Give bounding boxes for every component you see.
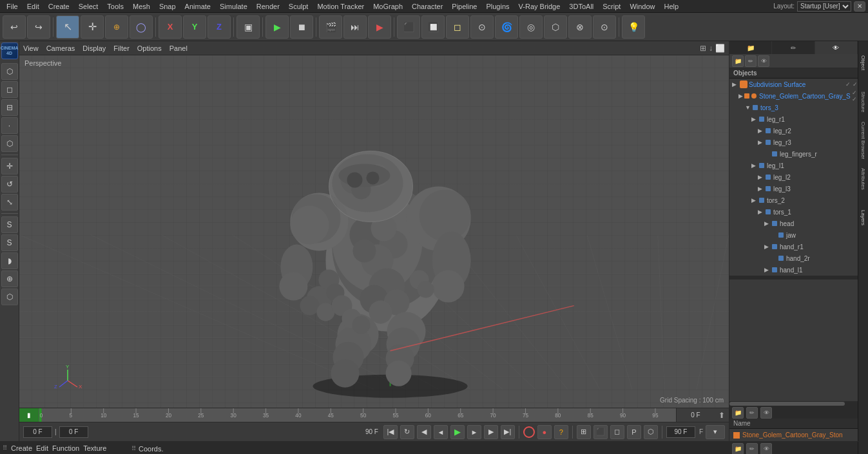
object-mode-btn[interactable]: ⬡ <box>1 63 18 80</box>
menu-mesh[interactable]: Mesh <box>129 1 154 12</box>
menu-snap[interactable]: Snap <box>155 1 180 12</box>
paint-tool-btn[interactable]: ⊕ <box>1 270 18 287</box>
timeline-area[interactable]: ▮ 0 5 10 15 20 <box>19 408 729 422</box>
vp-filter-menu[interactable]: Filter <box>113 44 129 52</box>
tree-item-legr3[interactable]: ▶ leg_r3 <box>729 137 858 148</box>
menu-help[interactable]: Help <box>661 1 683 12</box>
menu-pipeline[interactable]: Pipeline <box>448 1 481 12</box>
timeline-track[interactable]: 0 5 10 15 20 25 30 35 40 <box>39 408 676 422</box>
tab-layers[interactable]: Layers <box>859 198 868 237</box>
tag-btn[interactable]: ⊗ <box>568 15 592 39</box>
key-all-btn[interactable]: ⬛ <box>593 425 608 439</box>
menu-motiontracker[interactable]: Motion Tracker <box>313 1 368 12</box>
current-frame-field[interactable] <box>23 426 52 438</box>
obj-file-btn[interactable]: 📁 <box>732 55 744 67</box>
tree-item-golem[interactable]: ▶ Stone_Golem_Cartoon_Gray_S ✓ ✓ <box>729 90 858 102</box>
menu-script[interactable]: Script <box>599 1 624 12</box>
tree-item-legr2[interactable]: ▶ leg_r2 <box>729 125 858 137</box>
play-forward-btn[interactable]: ▶ <box>450 425 465 439</box>
layout-select[interactable]: Startup [User] <box>797 1 851 12</box>
name-file-btn[interactable]: 📁 <box>732 407 744 419</box>
tree-item-hand2r[interactable]: hand_2r <box>729 252 858 264</box>
tab-view[interactable]: 👁 <box>815 41 858 54</box>
scrollbar-thumb[interactable] <box>729 402 845 406</box>
tree-item-handr1[interactable]: ▶ hand_r1 <box>729 241 858 252</box>
light2-btn[interactable]: 💡 <box>622 15 645 39</box>
z-axis-btn[interactable]: Z <box>207 15 231 39</box>
step-back-start-btn[interactable]: |◀ <box>383 425 398 439</box>
attr-create-menu[interactable]: Coords. <box>139 445 164 453</box>
mat-create-menu[interactable]: Create <box>11 444 32 452</box>
tab-file[interactable]: 📁 <box>729 41 772 54</box>
sculpt-tool-btn[interactable]: ◗ <box>1 252 18 269</box>
record-indicator[interactable] <box>523 426 535 438</box>
edge-mode-btn[interactable]: ⊟ <box>1 99 18 116</box>
y-axis-btn[interactable]: Y <box>183 15 206 39</box>
key-pos-btn[interactable]: P <box>627 425 641 439</box>
polygon-mode-btn[interactable]: ◻ <box>1 81 18 98</box>
menu-select[interactable]: Select <box>75 1 102 12</box>
tree-item-legl2[interactable]: ▶ leg_l2 <box>729 171 858 183</box>
step-to-end-btn[interactable]: ▶| <box>501 425 515 439</box>
loop-btn[interactable]: ↻ <box>400 425 414 439</box>
mat-function-menu[interactable]: Function <box>52 444 79 452</box>
point-mode-btn[interactable]: · <box>1 117 18 134</box>
deformer-btn[interactable]: ◎ <box>519 15 543 39</box>
render-settings-btn[interactable]: ⏭ <box>343 15 367 39</box>
vp-display-menu[interactable]: Display <box>82 44 106 52</box>
tree-item-head[interactable]: ▶ head <box>729 218 858 229</box>
floor-btn[interactable]: ⊙ <box>593 15 616 39</box>
menu-tools[interactable]: Tools <box>103 1 128 12</box>
obj-edit-btn[interactable]: ✏ <box>745 55 757 67</box>
tab-attributes[interactable]: Attributes <box>859 160 868 198</box>
vp-panel-menu[interactable]: Panel <box>169 44 188 52</box>
snap-to-key-btn[interactable]: ⊞ <box>577 425 591 439</box>
next-key-btn[interactable]: ► <box>467 425 481 439</box>
key-rot-btn[interactable]: ⬡ <box>644 425 658 439</box>
brush-tool-btn[interactable]: S <box>1 234 18 251</box>
menu-sculpt[interactable]: Sculpt <box>285 1 313 12</box>
camera-btn[interactable]: 🔲 <box>421 15 445 39</box>
obj-view-btn[interactable]: 👁 <box>758 55 769 67</box>
autokey-btn[interactable]: ● <box>537 425 552 439</box>
vp-icon-1[interactable]: ⊞ <box>700 44 706 53</box>
br-view-btn[interactable]: 👁 <box>760 443 772 454</box>
model-mode-btn[interactable]: ▣ <box>236 15 260 39</box>
play-btn-toolbar[interactable]: ▶ <box>265 15 289 39</box>
render-btn[interactable]: ▶ <box>368 15 391 39</box>
tree-item-subdiv[interactable]: ▶ Subdivision Surface ✓ ✓ <box>729 79 858 90</box>
tab-object[interactable]: Object <box>859 44 868 82</box>
key-sel-btn[interactable]: ◻ <box>610 425 624 439</box>
menu-render[interactable]: Render <box>253 1 284 12</box>
menu-edit[interactable]: Edit <box>23 1 43 12</box>
light-btn[interactable]: ◻ <box>446 15 469 39</box>
mat-edit-menu[interactable]: Edit <box>36 444 48 452</box>
scale-tool-btn[interactable]: ⊕ <box>105 15 128 39</box>
tree-item-handl1[interactable]: ▶ hand_l1 <box>729 264 858 276</box>
tree-item-jaw[interactable]: jaw <box>729 229 858 241</box>
mat-texture-menu[interactable]: Texture <box>83 444 106 452</box>
stop-btn-toolbar[interactable]: ⏹ <box>290 15 313 39</box>
tree-item-tors3[interactable]: ▼ tors_3 <box>729 102 858 113</box>
vp-icon-3[interactable]: ⬜ <box>715 44 725 53</box>
tab-current-browser[interactable]: Current Browser <box>859 121 868 160</box>
move-tool-left[interactable]: ✛ <box>1 158 18 175</box>
layout-close-btn[interactable]: ✕ <box>854 1 865 12</box>
next-frame-btn[interactable]: ▶ <box>484 425 498 439</box>
timeline-expand-btn[interactable]: ⬆ <box>715 408 729 422</box>
effector-btn[interactable]: ⬡ <box>544 15 567 39</box>
cube-btn[interactable]: ⬛ <box>397 15 420 39</box>
spline-btn[interactable]: ⊙ <box>470 15 494 39</box>
br-edit-btn[interactable]: ✏ <box>746 443 758 454</box>
scale-tool-left[interactable]: ⤡ <box>1 194 18 211</box>
prev-key-btn[interactable]: ◄ <box>434 425 448 439</box>
redo-btn[interactable]: ↪ <box>27 15 50 39</box>
tree-item-legl1[interactable]: ▶ leg_l1 <box>729 160 858 171</box>
uv-mode-btn[interactable]: ⬡ <box>1 135 18 152</box>
fps-btn[interactable]: ▾ <box>706 425 725 439</box>
menu-character[interactable]: Character <box>408 1 447 12</box>
texture-tool-btn[interactable]: ⬡ <box>1 288 18 305</box>
right-scrollbar[interactable] <box>729 401 858 406</box>
render-view-btn[interactable]: 🎬 <box>319 15 342 39</box>
timeline-end-field[interactable]: 0 F <box>676 408 715 422</box>
